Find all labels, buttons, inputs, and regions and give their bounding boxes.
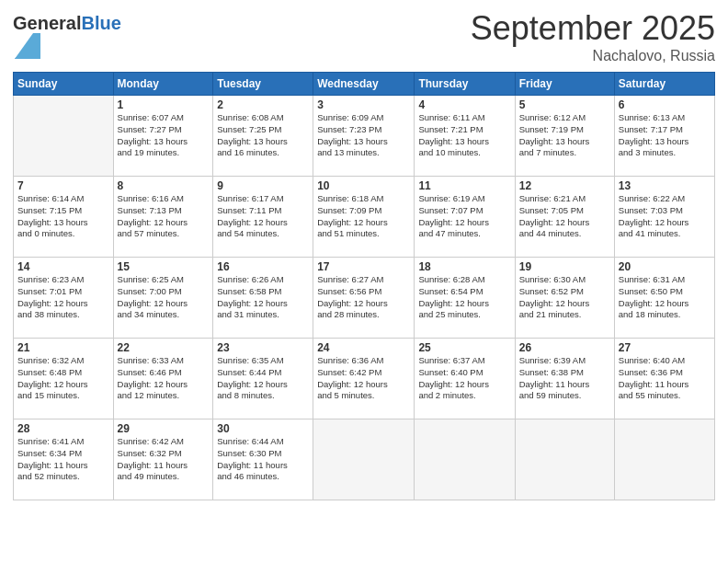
day-number: 23 bbox=[217, 341, 309, 354]
day-number: 29 bbox=[118, 422, 210, 435]
day-number: 22 bbox=[118, 341, 210, 354]
day-of-week-wednesday: Wednesday bbox=[313, 73, 415, 96]
day-number: 15 bbox=[118, 260, 210, 273]
calendar-header-row: SundayMondayTuesdayWednesdayThursdayFrid… bbox=[14, 73, 715, 96]
calendar-cell: 5Sunrise: 6:12 AMSunset: 7:19 PMDaylight… bbox=[515, 96, 614, 177]
calendar-cell: 29Sunrise: 6:42 AMSunset: 6:32 PMDayligh… bbox=[113, 419, 213, 500]
calendar-cell: 23Sunrise: 6:35 AMSunset: 6:44 PMDayligh… bbox=[213, 339, 313, 419]
day-info: Sunrise: 6:30 AMSunset: 6:52 PMDaylight:… bbox=[519, 274, 610, 321]
day-info: Sunrise: 6:28 AMSunset: 6:54 PMDaylight:… bbox=[418, 274, 510, 321]
week-row-4: 28Sunrise: 6:41 AMSunset: 6:34 PMDayligh… bbox=[14, 419, 715, 500]
day-number: 17 bbox=[317, 260, 410, 273]
calendar-cell: 24Sunrise: 6:36 AMSunset: 6:42 PMDayligh… bbox=[313, 339, 415, 419]
calendar-cell: 26Sunrise: 6:39 AMSunset: 6:38 PMDayligh… bbox=[515, 339, 614, 419]
calendar-cell bbox=[14, 96, 114, 177]
day-number: 21 bbox=[17, 341, 109, 354]
day-number: 10 bbox=[317, 179, 410, 192]
day-of-week-thursday: Thursday bbox=[415, 73, 515, 96]
day-info: Sunrise: 6:22 AMSunset: 7:03 PMDaylight:… bbox=[619, 193, 711, 240]
calendar-cell: 21Sunrise: 6:32 AMSunset: 6:48 PMDayligh… bbox=[14, 339, 114, 419]
day-number: 2 bbox=[217, 98, 309, 111]
day-number: 6 bbox=[619, 98, 711, 111]
calendar-cell: 4Sunrise: 6:11 AMSunset: 7:21 PMDaylight… bbox=[415, 96, 515, 177]
day-info: Sunrise: 6:18 AMSunset: 7:09 PMDaylight:… bbox=[317, 193, 410, 240]
day-info: Sunrise: 6:12 AMSunset: 7:19 PMDaylight:… bbox=[519, 112, 610, 159]
calendar-cell: 14Sunrise: 6:23 AMSunset: 7:01 PMDayligh… bbox=[14, 258, 114, 339]
day-info: Sunrise: 6:37 AMSunset: 6:40 PMDaylight:… bbox=[418, 355, 510, 402]
day-number: 26 bbox=[519, 341, 610, 354]
calendar-cell: 20Sunrise: 6:31 AMSunset: 6:50 PMDayligh… bbox=[614, 258, 714, 339]
day-info: Sunrise: 6:42 AMSunset: 6:32 PMDaylight:… bbox=[118, 436, 210, 483]
calendar-cell: 8Sunrise: 6:16 AMSunset: 7:13 PMDaylight… bbox=[113, 177, 213, 258]
calendar-cell: 9Sunrise: 6:17 AMSunset: 7:11 PMDaylight… bbox=[213, 177, 313, 258]
day-info: Sunrise: 6:13 AMSunset: 7:17 PMDaylight:… bbox=[619, 112, 711, 159]
calendar-cell: 15Sunrise: 6:25 AMSunset: 7:00 PMDayligh… bbox=[113, 258, 213, 339]
day-number: 24 bbox=[317, 341, 410, 354]
day-number: 25 bbox=[418, 341, 510, 354]
day-of-week-friday: Friday bbox=[515, 73, 614, 96]
day-info: Sunrise: 6:32 AMSunset: 6:48 PMDaylight:… bbox=[17, 355, 109, 402]
day-info: Sunrise: 6:33 AMSunset: 6:46 PMDaylight:… bbox=[118, 355, 210, 402]
day-number: 7 bbox=[17, 179, 109, 192]
day-info: Sunrise: 6:11 AMSunset: 7:21 PMDaylight:… bbox=[418, 112, 510, 159]
day-of-week-monday: Monday bbox=[113, 73, 213, 96]
calendar-cell bbox=[415, 419, 515, 500]
logo-icon bbox=[15, 33, 40, 59]
day-number: 3 bbox=[317, 98, 410, 111]
day-info: Sunrise: 6:21 AMSunset: 7:05 PMDaylight:… bbox=[519, 193, 610, 240]
week-row-3: 21Sunrise: 6:32 AMSunset: 6:48 PMDayligh… bbox=[14, 339, 715, 419]
day-number: 9 bbox=[217, 179, 309, 192]
title-month: September 2025 bbox=[471, 9, 715, 48]
day-info: Sunrise: 6:26 AMSunset: 6:58 PMDaylight:… bbox=[217, 274, 309, 321]
calendar: SundayMondayTuesdayWednesdayThursdayFrid… bbox=[13, 72, 715, 500]
day-info: Sunrise: 6:27 AMSunset: 6:56 PMDaylight:… bbox=[317, 274, 410, 321]
calendar-cell: 19Sunrise: 6:30 AMSunset: 6:52 PMDayligh… bbox=[515, 258, 614, 339]
day-info: Sunrise: 6:31 AMSunset: 6:50 PMDaylight:… bbox=[619, 274, 711, 321]
day-number: 20 bbox=[619, 260, 711, 273]
day-info: Sunrise: 6:09 AMSunset: 7:23 PMDaylight:… bbox=[317, 112, 410, 159]
day-of-week-saturday: Saturday bbox=[614, 73, 714, 96]
title-block: September 2025 Nachalovo, Russia bbox=[471, 9, 715, 64]
calendar-cell: 27Sunrise: 6:40 AMSunset: 6:36 PMDayligh… bbox=[614, 339, 714, 419]
calendar-cell: 12Sunrise: 6:21 AMSunset: 7:05 PMDayligh… bbox=[515, 177, 614, 258]
day-number: 4 bbox=[418, 98, 510, 111]
day-info: Sunrise: 6:23 AMSunset: 7:01 PMDaylight:… bbox=[17, 274, 109, 321]
day-number: 11 bbox=[418, 179, 510, 192]
day-number: 16 bbox=[217, 260, 309, 273]
day-info: Sunrise: 6:16 AMSunset: 7:13 PMDaylight:… bbox=[118, 193, 210, 240]
day-number: 8 bbox=[118, 179, 210, 192]
calendar-cell bbox=[614, 419, 714, 500]
day-number: 19 bbox=[519, 260, 610, 273]
calendar-cell: 16Sunrise: 6:26 AMSunset: 6:58 PMDayligh… bbox=[213, 258, 313, 339]
day-info: Sunrise: 6:36 AMSunset: 6:42 PMDaylight:… bbox=[317, 355, 410, 402]
calendar-cell: 3Sunrise: 6:09 AMSunset: 7:23 PMDaylight… bbox=[313, 96, 415, 177]
day-info: Sunrise: 6:41 AMSunset: 6:34 PMDaylight:… bbox=[17, 436, 109, 483]
day-number: 27 bbox=[619, 341, 711, 354]
calendar-cell: 30Sunrise: 6:44 AMSunset: 6:30 PMDayligh… bbox=[213, 419, 313, 500]
logo-text: GeneralBlue bbox=[13, 13, 121, 33]
calendar-cell: 10Sunrise: 6:18 AMSunset: 7:09 PMDayligh… bbox=[313, 177, 415, 258]
header: GeneralBlue September 2025 Nachalovo, Ru… bbox=[13, 9, 715, 64]
week-row-0: 1Sunrise: 6:07 AMSunset: 7:27 PMDaylight… bbox=[14, 96, 715, 177]
day-number: 13 bbox=[619, 179, 711, 192]
svg-marker-1 bbox=[15, 33, 40, 59]
day-of-week-sunday: Sunday bbox=[14, 73, 114, 96]
day-info: Sunrise: 6:39 AMSunset: 6:38 PMDaylight:… bbox=[519, 355, 610, 402]
calendar-cell: 6Sunrise: 6:13 AMSunset: 7:17 PMDaylight… bbox=[614, 96, 714, 177]
logo-blue: Blue bbox=[81, 13, 120, 33]
calendar-cell: 7Sunrise: 6:14 AMSunset: 7:15 PMDaylight… bbox=[14, 177, 114, 258]
day-info: Sunrise: 6:35 AMSunset: 6:44 PMDaylight:… bbox=[217, 355, 309, 402]
calendar-cell: 18Sunrise: 6:28 AMSunset: 6:54 PMDayligh… bbox=[415, 258, 515, 339]
day-info: Sunrise: 6:19 AMSunset: 7:07 PMDaylight:… bbox=[418, 193, 510, 240]
day-number: 5 bbox=[519, 98, 610, 111]
day-number: 28 bbox=[17, 422, 109, 435]
day-of-week-tuesday: Tuesday bbox=[213, 73, 313, 96]
day-info: Sunrise: 6:14 AMSunset: 7:15 PMDaylight:… bbox=[17, 193, 109, 240]
calendar-cell: 2Sunrise: 6:08 AMSunset: 7:25 PMDaylight… bbox=[213, 96, 313, 177]
page: GeneralBlue September 2025 Nachalovo, Ru… bbox=[0, 0, 728, 563]
calendar-cell: 28Sunrise: 6:41 AMSunset: 6:34 PMDayligh… bbox=[14, 419, 114, 500]
logo: GeneralBlue bbox=[13, 13, 121, 63]
day-info: Sunrise: 6:17 AMSunset: 7:11 PMDaylight:… bbox=[217, 193, 309, 240]
week-row-2: 14Sunrise: 6:23 AMSunset: 7:01 PMDayligh… bbox=[14, 258, 715, 339]
calendar-cell bbox=[313, 419, 415, 500]
